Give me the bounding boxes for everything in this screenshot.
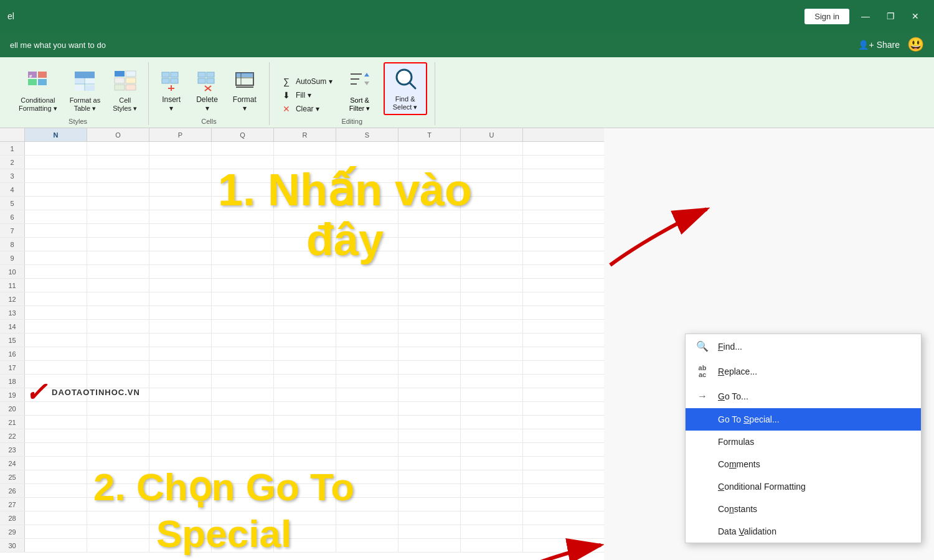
grid-cell[interactable] [399,511,461,525]
grid-cell[interactable] [336,361,399,374]
grid-cell[interactable] [149,402,212,415]
grid-cell[interactable] [336,347,399,360]
grid-cell[interactable] [149,156,212,169]
grid-cell[interactable] [212,142,274,155]
share-button[interactable]: 👤+ Share [858,40,900,50]
grid-cell[interactable] [212,388,274,401]
grid-cell[interactable] [399,142,461,155]
grid-cell[interactable] [212,402,274,415]
grid-cell[interactable] [87,224,149,237]
delete-button[interactable]: Delete▾ [191,69,223,115]
grid-cell[interactable] [149,265,212,278]
grid-cell[interactable] [149,306,212,319]
cell-styles-button[interactable]: CellStyles ▾ [109,68,141,115]
grid-cell[interactable] [399,539,461,552]
grid-cell[interactable] [149,388,212,401]
dropdown-item-goto-special[interactable]: Go To Special... [686,408,921,431]
grid-cell[interactable] [25,238,87,251]
grid-cell[interactable] [212,306,274,319]
grid-cell[interactable] [336,416,399,429]
clear-button[interactable]: ✕ Clear ▾ [277,103,336,115]
dropdown-item-find[interactable]: 🔍 Find... [686,334,921,358]
grid-cell[interactable] [461,443,523,456]
grid-cell[interactable] [25,306,87,319]
grid-cell[interactable] [149,416,212,429]
grid-cell[interactable] [87,251,149,264]
grid-cell[interactable] [399,375,461,388]
grid-cell[interactable] [149,375,212,388]
grid-cell[interactable] [212,416,274,429]
grid-cell[interactable] [87,306,149,319]
grid-cell[interactable] [87,320,149,333]
grid-cell[interactable] [149,210,212,223]
grid-cell[interactable] [149,224,212,237]
grid-cell[interactable] [25,265,87,278]
insert-button[interactable]: Insert▾ [156,69,186,115]
grid-cell[interactable] [25,183,87,196]
minimize-button[interactable]: — [854,7,877,25]
grid-cell[interactable] [149,238,212,251]
grid-cell[interactable] [274,265,336,278]
grid-cell[interactable] [149,361,212,374]
find-select-button[interactable]: Find &Select ▾ [384,62,427,115]
grid-cell[interactable] [87,169,149,182]
grid-cell[interactable] [25,457,87,470]
grid-cell[interactable] [461,388,523,401]
grid-cell[interactable] [149,142,212,155]
grid-cell[interactable] [87,183,149,196]
grid-cell[interactable] [461,265,523,278]
grid-cell[interactable] [25,279,87,292]
dropdown-item-formulas[interactable]: Formulas [686,431,921,453]
dropdown-item-replace[interactable]: abac Replace... [686,358,921,385]
grid-cell[interactable] [274,375,336,388]
dropdown-item-goto[interactable]: → Go To... [686,385,921,408]
grid-cell[interactable] [461,402,523,415]
grid-cell[interactable] [336,334,399,347]
grid-cell[interactable] [274,443,336,456]
sort-filter-button[interactable]: Sort &Filter ▾ [341,67,379,115]
grid-cell[interactable] [461,375,523,388]
grid-cell[interactable] [399,498,461,511]
format-as-table-button[interactable]: Format asTable ▾ [66,68,105,115]
grid-cell[interactable] [149,347,212,360]
grid-cell[interactable] [25,292,87,306]
grid-cell[interactable] [149,429,212,442]
grid-cell[interactable] [212,292,274,306]
grid-cell[interactable] [274,142,336,155]
grid-cell[interactable] [399,361,461,374]
grid-cell[interactable] [399,470,461,483]
grid-cell[interactable] [25,197,87,210]
grid-cell[interactable] [274,306,336,319]
grid-cell[interactable] [461,416,523,429]
conditional-formatting-button[interactable]: ≠ ConditionalFormatting ▾ [15,68,61,115]
grid-cell[interactable] [461,457,523,470]
grid-cell[interactable] [25,320,87,333]
grid-cell[interactable] [87,416,149,429]
grid-cell[interactable] [274,320,336,333]
grid-cell[interactable] [212,334,274,347]
grid-cell[interactable] [399,279,461,292]
dropdown-item-data-validation[interactable]: Data Validation [686,520,921,543]
grid-cell[interactable] [25,416,87,429]
grid-cell[interactable] [212,265,274,278]
grid-cell[interactable] [399,347,461,360]
grid-cell[interactable] [212,347,274,360]
grid-cell[interactable] [149,169,212,182]
grid-cell[interactable] [212,279,274,292]
grid-cell[interactable] [212,429,274,442]
grid-cell[interactable] [87,443,149,456]
grid-cell[interactable] [336,279,399,292]
autosum-button[interactable]: ∑ AutoSum ▾ [277,75,336,88]
grid-cell[interactable] [87,334,149,347]
grid-cell[interactable] [25,142,87,155]
grid-cell[interactable] [461,484,523,497]
grid-cell[interactable] [336,306,399,319]
grid-cell[interactable] [25,210,87,223]
grid-cell[interactable] [461,142,523,155]
grid-cell[interactable] [399,525,461,538]
grid-cell[interactable] [399,429,461,442]
grid-cell[interactable] [336,142,399,155]
grid-cell[interactable] [461,361,523,374]
grid-cell[interactable] [212,375,274,388]
grid-cell[interactable] [274,292,336,306]
